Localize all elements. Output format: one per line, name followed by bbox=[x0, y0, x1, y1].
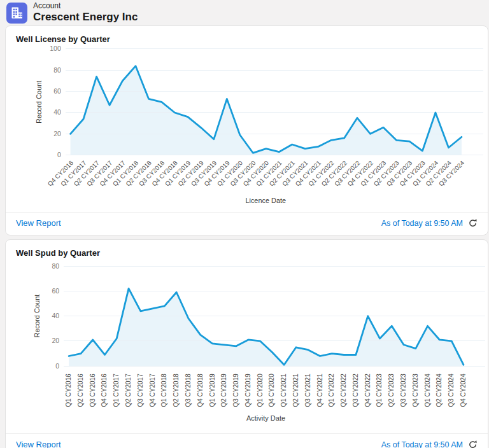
svg-text:Q1 CY2022: Q1 CY2022 bbox=[328, 374, 335, 407]
svg-text:100: 100 bbox=[50, 45, 61, 52]
chart-title-well-license: Well License by Quarter bbox=[16, 34, 478, 44]
svg-text:Q2 CY2019: Q2 CY2019 bbox=[220, 374, 227, 407]
chart-title-well-spud: Well Spud by Quarter bbox=[16, 248, 478, 258]
svg-text:Q3 CY2019: Q3 CY2019 bbox=[232, 374, 239, 407]
svg-text:Q4 CY2020: Q4 CY2020 bbox=[268, 374, 275, 407]
svg-text:Q2 CY2018: Q2 CY2018 bbox=[173, 374, 180, 407]
y-axis-labels: 020406080100 bbox=[50, 45, 61, 158]
view-report-link[interactable]: View Report bbox=[16, 218, 61, 228]
as-of-timestamp: As of Today at 9:50 AM bbox=[381, 440, 463, 448]
svg-text:Q2 CY2021: Q2 CY2021 bbox=[292, 374, 299, 407]
svg-text:Q4 CY2021: Q4 CY2021 bbox=[316, 374, 323, 407]
y-axis-title: Record Count bbox=[35, 81, 43, 123]
y-axis-title: Record Count bbox=[33, 295, 41, 338]
svg-text:Q1 CY2017: Q1 CY2017 bbox=[113, 374, 120, 407]
well-license-line-chart[interactable]: 020406080100Q4 CY2016Q1 CY2017Q2 CY2017Q… bbox=[6, 45, 488, 212]
as-of-row: As of Today at 9:50 AM bbox=[381, 218, 478, 228]
svg-text:80: 80 bbox=[52, 262, 59, 270]
svg-text:Q4 CY2016: Q4 CY2016 bbox=[101, 374, 108, 407]
svg-text:Q1 CY2020: Q1 CY2020 bbox=[257, 374, 264, 407]
svg-text:60: 60 bbox=[52, 287, 59, 295]
svg-text:40: 40 bbox=[53, 109, 61, 116]
svg-text:Q1 CY2021: Q1 CY2021 bbox=[280, 374, 287, 407]
as-of-timestamp: As of Today at 9:50 AM bbox=[381, 219, 463, 228]
svg-text:20: 20 bbox=[52, 337, 59, 344]
svg-text:Q3 CY2017: Q3 CY2017 bbox=[137, 374, 144, 407]
svg-text:Q1 CY2023: Q1 CY2023 bbox=[376, 374, 383, 407]
y-axis-labels: 020406080 bbox=[52, 262, 59, 370]
entity-label: Account bbox=[33, 2, 138, 11]
svg-text:Q1 CY2024: Q1 CY2024 bbox=[424, 374, 431, 407]
x-axis-labels: Q4 CY2016Q1 CY2017Q2 CY2017Q3 CY2017Q4 C… bbox=[46, 159, 466, 188]
refresh-button[interactable] bbox=[468, 218, 478, 228]
x-axis-labels: Q1 CY2016Q2 CY2016Q3 CY2016Q4 CY2016Q1 C… bbox=[65, 374, 467, 407]
area-fill bbox=[71, 66, 462, 155]
svg-text:20: 20 bbox=[53, 130, 61, 137]
svg-text:Q4 CY2018: Q4 CY2018 bbox=[197, 374, 204, 407]
svg-text:Q3 CY2018: Q3 CY2018 bbox=[185, 374, 192, 407]
page-header: Account Crescent Energy Inc bbox=[0, 0, 489, 25]
refresh-icon bbox=[468, 440, 478, 448]
well-spud-chart-card: Well Spud by Quarter 020406080Q1 CY2016Q… bbox=[5, 239, 488, 448]
svg-text:Q4 CY2017: Q4 CY2017 bbox=[149, 374, 156, 407]
well-spud-line-chart[interactable]: 020406080Q1 CY2016Q2 CY2016Q3 CY2016Q4 C… bbox=[6, 258, 488, 427]
svg-text:Q2 CY2024: Q2 CY2024 bbox=[436, 374, 443, 407]
svg-text:0: 0 bbox=[55, 362, 59, 370]
svg-text:Q2 CY2023: Q2 CY2023 bbox=[388, 374, 395, 407]
svg-text:60: 60 bbox=[53, 88, 61, 95]
refresh-button[interactable] bbox=[468, 440, 478, 448]
svg-text:Q4 CY2023: Q4 CY2023 bbox=[412, 374, 419, 407]
page-title: Crescent Energy Inc bbox=[33, 11, 138, 24]
svg-text:Q4 CY2024: Q4 CY2024 bbox=[460, 374, 467, 407]
account-icon bbox=[6, 3, 27, 24]
area-fill bbox=[69, 288, 464, 366]
as-of-row: As of Today at 9:50 AM bbox=[381, 440, 478, 448]
svg-text:Q3 CY2022: Q3 CY2022 bbox=[352, 374, 359, 407]
refresh-icon bbox=[468, 218, 478, 228]
account-building-icon bbox=[6, 3, 27, 24]
svg-text:Q2 CY2022: Q2 CY2022 bbox=[340, 374, 347, 407]
svg-text:Q1 CY2016: Q1 CY2016 bbox=[65, 374, 72, 407]
svg-text:Q4 CY2019: Q4 CY2019 bbox=[244, 374, 252, 407]
card-footer: View Report As of Today at 9:50 AM bbox=[6, 213, 488, 235]
svg-text:40: 40 bbox=[52, 312, 59, 319]
svg-text:Q3 CY2024: Q3 CY2024 bbox=[448, 374, 455, 407]
svg-text:0: 0 bbox=[57, 151, 61, 158]
account-page: Account Crescent Energy Inc Well License… bbox=[0, 0, 489, 448]
svg-text:80: 80 bbox=[53, 67, 61, 74]
svg-text:Q3 CY2016: Q3 CY2016 bbox=[89, 374, 96, 407]
svg-text:Q1 CY2019: Q1 CY2019 bbox=[209, 374, 216, 407]
svg-text:Q3 CY2021: Q3 CY2021 bbox=[304, 374, 311, 407]
view-report-link[interactable]: View Report bbox=[16, 440, 61, 448]
svg-text:Q2 CY2016: Q2 CY2016 bbox=[77, 374, 84, 407]
x-axis-title: Activity Date bbox=[246, 414, 285, 422]
svg-text:Q3 CY2023: Q3 CY2023 bbox=[400, 374, 407, 407]
svg-text:Q2 CY2017: Q2 CY2017 bbox=[125, 374, 132, 407]
well-license-chart-card: Well License by Quarter 020406080100Q4 C… bbox=[5, 25, 488, 235]
svg-text:Q1 CY2018: Q1 CY2018 bbox=[160, 374, 167, 407]
x-axis-title: Licence Date bbox=[245, 197, 286, 204]
svg-text:Q4 CY2022: Q4 CY2022 bbox=[364, 374, 371, 407]
card-footer: View Report As of Today at 9:50 AM bbox=[6, 434, 488, 448]
